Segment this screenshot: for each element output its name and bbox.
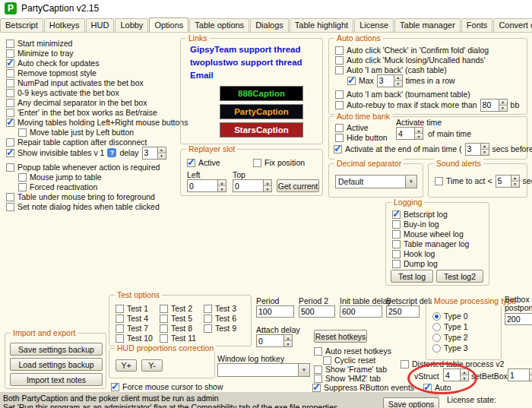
y-minus-button[interactable]: Y-	[141, 359, 163, 372]
tab-hud[interactable]: HUD	[86, 18, 115, 32]
spin-down-icon[interactable]: ▼	[218, 185, 226, 191]
checkbox-remove-topmost[interactable]: Remove topmost style	[6, 68, 97, 78]
checkbox-test-8[interactable]: Test 8	[160, 323, 192, 334]
checkbox-start-minimized[interactable]: Start minimized	[6, 38, 72, 49]
spin-up-icon[interactable]: ▲	[415, 128, 423, 133]
checkbox-test-1[interactable]: Test 1	[116, 303, 148, 314]
replayer-top-input[interactable]	[233, 179, 263, 192]
get-current-button[interactable]: Get current	[277, 179, 319, 192]
radio-type-3[interactable]: Type 3	[432, 343, 468, 353]
decimal-separator-select[interactable]: Default ▼	[335, 175, 417, 188]
checkbox-table-under-mouse[interactable]: Table under mouse bring to foreground	[6, 191, 155, 202]
checkbox-set-note-dialog[interactable]: Set note dialog hides when table clicked	[6, 201, 160, 212]
period2-input[interactable]	[299, 305, 335, 318]
tab-table-options[interactable]: Table options	[189, 18, 249, 32]
radio-type-1[interactable]: Type 1	[432, 321, 468, 332]
checkbox-minimize-to-tray[interactable]: Minimize to tray	[6, 48, 74, 59]
checkbox-test-4[interactable]: Test 4	[116, 313, 148, 324]
checkbox-moving-tables[interactable]: Moving tables holding Left+Right mouse b…	[6, 117, 188, 128]
setbetbox-spinner[interactable]: ▲▼	[508, 368, 532, 381]
checkbox-distorted-table-process[interactable]: Distorted table process v2	[401, 359, 504, 369]
spinner-arrows[interactable]: ▲▼	[394, 74, 403, 87]
spin-down-icon[interactable]: ▼	[461, 375, 468, 381]
delay-input[interactable]	[142, 147, 157, 160]
setbetbox-input[interactable]	[508, 368, 529, 381]
checkbox-auto-check-updates[interactable]: Auto check for updates	[6, 58, 99, 68]
spinner-arrows[interactable]: ▲▼	[511, 175, 520, 188]
banner-starscaption[interactable]: StarsCaption	[220, 122, 303, 138]
checkbox-betscript-log[interactable]: Betscript log	[392, 209, 448, 220]
spin-up-icon[interactable]: ▲	[511, 176, 519, 181]
radio-type-0[interactable]: Type 0	[432, 311, 468, 321]
help-icon[interactable]: ?	[107, 148, 116, 157]
gipsyteam-link[interactable]: GipsyTeam support thread	[190, 45, 300, 54]
checkbox-activate-end-main-time[interactable]: Activate at the end of main time ( ▲▼ se…	[334, 144, 532, 154]
secs-before-spinner[interactable]: ▲▼	[465, 143, 489, 156]
spin-down-icon[interactable]: ▼	[499, 105, 507, 111]
save-settings-backup-button[interactable]: Save settings backup	[10, 343, 103, 356]
checkbox-mouse-jump[interactable]: Mouse jump to table	[18, 172, 102, 182]
checkbox-test-9[interactable]: Test 9	[204, 323, 236, 334]
tab-fonts[interactable]: Fonts	[461, 18, 493, 32]
checkbox-mouse-wheel-log[interactable]: Mouse wheel log	[392, 229, 464, 239]
replayer-left-spinner[interactable]: ▲▼	[187, 179, 226, 192]
checkbox-09-keys[interactable]: 0-9 keys activate the bet box	[6, 87, 119, 98]
checkbox-dump-log[interactable]: Dump log	[392, 258, 438, 269]
spin-down-icon[interactable]: ▼	[284, 340, 292, 346]
checkbox-enter-bet-raise[interactable]: 'Enter' in the bet box works as Bet/rais…	[6, 107, 157, 118]
test-log2-button[interactable]: Test log2	[436, 270, 483, 283]
checkbox-test-3[interactable]: Test 3	[204, 303, 236, 314]
radio-type-2[interactable]: Type 2	[432, 332, 468, 343]
attach-delay-spinner[interactable]: ▲▼	[256, 334, 293, 347]
spinner-arrows[interactable]: ▲▼	[414, 127, 423, 140]
spinner-arrows[interactable]: ▲▼	[480, 143, 489, 156]
spin-up-icon[interactable]: ▲	[158, 147, 166, 153]
load-settings-backup-button[interactable]: Load settings backup	[10, 358, 103, 371]
tab-lobby[interactable]: Lobby	[115, 18, 148, 32]
rebuy-spinner[interactable]: ▲▼	[480, 99, 508, 112]
vstruct-input[interactable]	[443, 368, 460, 381]
test-log-button[interactable]: Test log	[391, 270, 433, 283]
secs-before-input[interactable]	[465, 143, 480, 156]
checkbox-numpad-input[interactable]: NumPad input activates the bet box	[6, 77, 144, 88]
tab-betscript[interactable]: Betscript	[0, 18, 43, 32]
tab-options[interactable]: Options	[149, 17, 188, 33]
spinner-arrows[interactable]: ▲▼	[283, 334, 293, 347]
vstruct-spinner[interactable]: ▲▼	[443, 368, 469, 381]
spin-up-icon[interactable]: ▲	[461, 369, 468, 375]
tab-dialogs[interactable]: Dialogs	[250, 18, 289, 32]
period-input[interactable]	[256, 305, 294, 318]
rebuy-input[interactable]	[480, 99, 499, 112]
init-table-delay-input[interactable]	[340, 305, 382, 318]
max-times-spinner[interactable]: ▲▼	[377, 74, 403, 87]
spin-up-icon[interactable]: ▲	[394, 75, 402, 81]
checkbox-test-11[interactable]: Test 11	[160, 333, 196, 343]
spin-down-icon[interactable]: ▼	[158, 153, 166, 159]
checkbox-auto-rebuy[interactable]: Auto-rebuy to max if stack more than ▲▼ …	[335, 100, 519, 110]
tab-license[interactable]: License	[354, 18, 394, 32]
checkbox-force-mouse-cursor[interactable]: Force mouse cursor to show	[111, 381, 223, 392]
spin-up-icon[interactable]: ▲	[264, 180, 271, 185]
checkbox-popup-table[interactable]: Popup table whenever action is required	[6, 162, 160, 172]
tab-table-manager[interactable]: Table manager	[394, 18, 461, 32]
activate-time-spinner[interactable]: ▲▼	[396, 127, 423, 140]
checkbox-hook-log[interactable]: Hook log	[392, 248, 435, 259]
spinner-arrows[interactable]: ▲▼	[499, 99, 508, 112]
attach-delay-input[interactable]	[256, 334, 283, 347]
checkbox-auto-click-muck[interactable]: Auto click 'Muck losing/Uncalled hands'	[335, 55, 486, 65]
spin-down-icon[interactable]: ▼	[264, 185, 271, 191]
checkbox-hide-button[interactable]: Hide button	[335, 132, 388, 143]
delay-spinner[interactable]: ▲▼	[142, 147, 166, 160]
window-log-hotkey-select[interactable]: ▼	[217, 363, 310, 377]
betbox-postpone-input[interactable]	[505, 313, 532, 325]
spinner-arrows[interactable]: ▲▼	[529, 368, 532, 381]
replayer-left-input[interactable]	[187, 179, 217, 192]
checkbox-test-7[interactable]: Test 7	[116, 323, 148, 334]
checkbox-move-table-left-button[interactable]: Move table just by Left button	[18, 127, 134, 138]
spin-up-icon[interactable]: ▲	[481, 144, 489, 149]
checkbox-suppress-rbutton[interactable]: Suppress RButton events	[312, 382, 414, 393]
reset-hotkeys-button[interactable]: Reset hotkeys	[314, 330, 367, 343]
checkbox-table-manager-log[interactable]: Table manager log	[392, 239, 469, 249]
spinner-arrows[interactable]: ▲▼	[157, 147, 166, 160]
time-to-act-input[interactable]	[496, 175, 511, 188]
